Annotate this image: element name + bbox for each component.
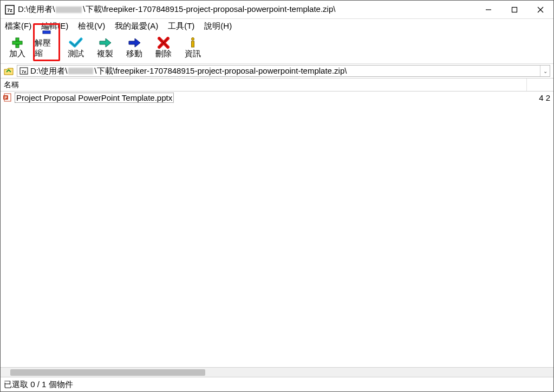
menu-favorites[interactable]: 我的最愛(A): [115, 21, 158, 31]
svg-text:7z: 7z: [22, 69, 26, 74]
minimize-button[interactable]: [475, 1, 501, 18]
file-name[interactable]: Project Proposal PowerPoint Template.ppt…: [15, 93, 174, 103]
file-right-value: 4 2: [539, 93, 553, 102]
copy-button[interactable]: 複製: [92, 35, 119, 61]
menu-view[interactable]: 檢視(V): [78, 21, 105, 31]
move-label: 移動: [126, 49, 142, 59]
menu-help[interactable]: 說明(H): [204, 21, 232, 31]
title-suffix: \下載\freepiker-1707848915-project-proposa…: [83, 4, 335, 14]
arrow-right-teal-icon: [97, 37, 113, 49]
pathbar: 7z D:\使用者\\下載\freepiker-1707848915-proje…: [1, 63, 553, 79]
file-list-header: 名稱: [1, 79, 553, 92]
svg-text:P: P: [4, 96, 7, 100]
test-label: 測試: [68, 49, 84, 59]
move-button[interactable]: 移動: [121, 35, 148, 61]
copy-label: 複製: [97, 49, 113, 59]
menu-tools[interactable]: 工具(T): [168, 21, 194, 31]
info-button[interactable]: 資訊: [179, 35, 206, 61]
info-icon: [185, 37, 200, 49]
path-dropdown-icon[interactable]: ⌄: [540, 66, 550, 76]
svg-rect-16: [192, 41, 194, 47]
x-icon: [156, 37, 171, 49]
statusbar: 已選取 0 / 1 個物件: [1, 377, 553, 391]
extract-button[interactable]: 解壓縮: [33, 23, 60, 61]
toolbar: 加入 解壓縮 測試 複製 移動: [1, 33, 553, 63]
info-label: 資訊: [185, 49, 201, 59]
minus-icon: [39, 26, 54, 38]
window-title: D:\使用者\\下載\freepiker-1707848915-project-…: [18, 4, 475, 15]
svg-marker-10: [129, 38, 140, 47]
horizontal-scrollbar[interactable]: [1, 367, 553, 377]
app-icon: 7z: [5, 5, 15, 15]
scrollbar-thumb[interactable]: [10, 369, 205, 376]
titlebar: 7z D:\使用者\\下載\freepiker-1707848915-proje…: [1, 1, 553, 19]
svg-rect-7: [12, 41, 22, 44]
svg-text:7z: 7z: [7, 8, 12, 13]
title-prefix: D:\使用者\: [18, 4, 55, 14]
file-list[interactable]: P Project Proposal PowerPoint Template.p…: [1, 92, 553, 367]
extract-label: 解壓縮: [35, 38, 58, 58]
check-icon: [68, 37, 83, 49]
status-text: 已選取 0 / 1 個物件: [4, 380, 73, 390]
redacted-user: [56, 6, 82, 13]
svg-rect-3: [512, 7, 517, 12]
arrow-right-blue-icon: [127, 37, 142, 49]
close-button[interactable]: [527, 1, 553, 18]
file-row[interactable]: P Project Proposal PowerPoint Template.p…: [1, 92, 553, 103]
path-prefix: D:\使用者\: [30, 66, 67, 76]
svg-rect-8: [43, 31, 50, 34]
redacted-user-path: [68, 68, 93, 74]
archive-icon: 7z: [19, 67, 28, 75]
test-button[interactable]: 測試: [62, 35, 89, 61]
pptx-icon: P: [3, 93, 12, 102]
plus-icon: [10, 37, 25, 49]
delete-label: 刪除: [155, 49, 172, 59]
window-controls: [475, 1, 553, 18]
path-field-wrap[interactable]: 7z D:\使用者\\下載\freepiker-1707848915-proje…: [17, 65, 550, 77]
path-suffix: \下載\freepiker-1707848915-project-proposa…: [94, 66, 540, 76]
add-label: 加入: [9, 49, 25, 59]
delete-button[interactable]: 刪除: [150, 35, 177, 61]
column-name[interactable]: 名稱: [1, 79, 527, 91]
add-button[interactable]: 加入: [4, 35, 31, 61]
column-name-label: 名稱: [4, 80, 19, 90]
menubar: 檔案(F) 編輯(E) 檢視(V) 我的最愛(A) 工具(T) 說明(H): [1, 19, 553, 33]
svg-marker-9: [100, 38, 111, 47]
maximize-button[interactable]: [501, 1, 527, 18]
menu-file[interactable]: 檔案(F): [5, 21, 31, 31]
up-folder-icon[interactable]: [4, 66, 14, 76]
svg-point-15: [192, 38, 194, 41]
